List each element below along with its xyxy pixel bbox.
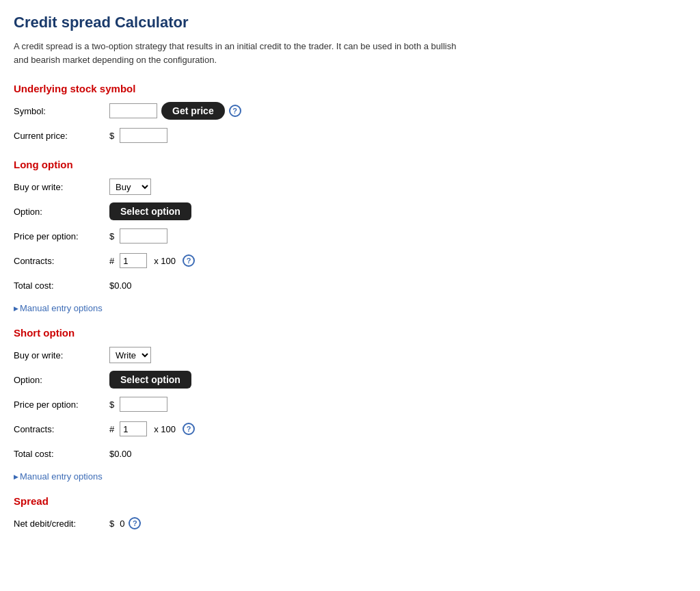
short-price-per-option-controls: $ [109, 397, 167, 412]
symbol-row: Symbol: Get price ? [14, 101, 465, 120]
long-total-cost-row: Total cost: $0.00 [14, 276, 465, 295]
short-contracts-multiplier: x 100 [154, 424, 176, 434]
short-price-per-option-row: Price per option: $ [14, 395, 465, 414]
short-option-label: Option: [14, 375, 109, 385]
long-option-section: Long option Buy or write: Buy Write Opti… [14, 159, 465, 313]
long-price-per-option-row: Price per option: $ [14, 226, 465, 246]
get-price-button[interactable]: Get price [161, 102, 225, 120]
long-contracts-row: Contracts: # x 100 ? [14, 251, 465, 270]
symbol-input[interactable] [109, 103, 157, 118]
short-buy-write-row: Buy or write: Buy Write [14, 345, 465, 365]
long-contracts-controls: # x 100 ? [109, 253, 195, 268]
page-title: Credit spread Calculator [14, 14, 465, 31]
long-contracts-help-icon[interactable]: ? [183, 254, 195, 267]
long-buy-write-row: Buy or write: Buy Write [14, 177, 465, 196]
long-option-label: Option: [14, 207, 109, 217]
short-manual-entry-link[interactable]: Manual entry options [14, 471, 103, 482]
short-select-option-button[interactable]: Select option [109, 371, 191, 389]
long-manual-entry-link[interactable]: Manual entry options [14, 303, 103, 313]
short-price-per-option-input[interactable] [120, 397, 167, 412]
short-option-section-title: Short option [14, 327, 465, 339]
spread-section-title: Spread [14, 495, 465, 507]
underlying-section: Underlying stock symbol Symbol: Get pric… [14, 83, 465, 145]
short-contracts-label: Contracts: [14, 424, 109, 434]
short-contracts-input[interactable] [120, 421, 147, 436]
short-price-per-option-label: Price per option: [14, 399, 109, 410]
short-total-cost-label: Total cost: [14, 449, 109, 459]
current-price-controls: $ [109, 128, 167, 143]
long-price-per-option-label: Price per option: [14, 231, 109, 241]
short-manual-link-row: Manual entry options [14, 469, 465, 482]
net-debit-credit-prefix: $ [109, 518, 114, 529]
short-contracts-row: Contracts: # x 100 ? [14, 419, 465, 438]
short-buy-write-controls: Buy Write [109, 347, 151, 363]
current-price-row: Current price: $ [14, 126, 465, 145]
long-select-option-button[interactable]: Select option [109, 202, 191, 220]
net-debit-credit-help-icon[interactable]: ? [129, 517, 141, 529]
long-contracts-hash: # [109, 256, 114, 266]
long-option-controls: Select option [109, 202, 191, 220]
long-buy-write-label: Buy or write: [14, 182, 109, 192]
spread-section: Spread Net debit/credit: $ 0 ? [14, 495, 465, 533]
long-option-section-title: Long option [14, 159, 465, 170]
net-debit-credit-label: Net debit/credit: [14, 518, 109, 529]
net-debit-credit-row: Net debit/credit: $ 0 ? [14, 514, 465, 533]
long-contracts-input[interactable] [120, 253, 147, 268]
long-price-per-option-controls: $ [109, 228, 167, 244]
long-price-per-option-input[interactable] [120, 228, 167, 244]
short-total-cost-value-area: $0.00 [109, 449, 132, 459]
symbol-controls: Get price ? [109, 102, 241, 120]
short-contracts-controls: # x 100 ? [109, 421, 195, 436]
long-price-dollar: $ [109, 231, 114, 241]
short-total-cost-value: $0.00 [109, 449, 132, 459]
long-total-cost-value: $0.00 [109, 280, 132, 291]
long-buy-write-controls: Buy Write [109, 179, 151, 195]
long-option-row: Option: Select option [14, 202, 465, 221]
short-buy-write-label: Buy or write: [14, 350, 109, 360]
underlying-section-title: Underlying stock symbol [14, 83, 465, 94]
current-price-input[interactable] [120, 128, 167, 143]
page-description: A credit spread is a two-option strategy… [14, 40, 465, 66]
long-contracts-multiplier: x 100 [154, 256, 176, 266]
long-total-cost-label: Total cost: [14, 280, 109, 291]
long-total-cost-value-area: $0.00 [109, 280, 132, 291]
short-option-controls: Select option [109, 371, 191, 389]
long-contracts-label: Contracts: [14, 256, 109, 266]
short-option-section: Short option Buy or write: Buy Write Opt… [14, 327, 465, 482]
short-buy-write-select[interactable]: Buy Write [109, 347, 151, 363]
long-manual-link-row: Manual entry options [14, 300, 465, 313]
short-contracts-hash: # [109, 424, 114, 434]
current-price-label: Current price: [14, 131, 109, 141]
symbol-help-icon[interactable]: ? [229, 105, 241, 117]
symbol-label: Symbol: [14, 106, 109, 116]
short-price-dollar: $ [109, 399, 114, 410]
net-debit-credit-value: 0 [120, 518, 124, 529]
short-total-cost-row: Total cost: $0.00 [14, 444, 465, 463]
short-option-row: Option: Select option [14, 370, 465, 389]
current-price-dollar: $ [109, 131, 114, 141]
short-contracts-help-icon[interactable]: ? [183, 423, 195, 435]
net-debit-credit-controls: $ 0 ? [109, 517, 141, 529]
long-buy-write-select[interactable]: Buy Write [109, 179, 151, 195]
